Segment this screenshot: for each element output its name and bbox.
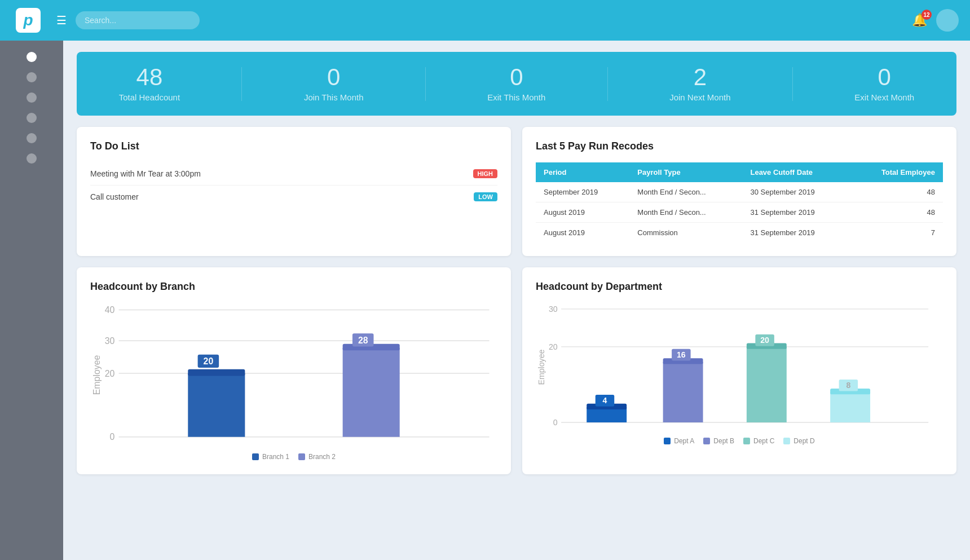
stat-join-this-month-label: Join This Month bbox=[304, 92, 364, 102]
bar-branch-2 bbox=[343, 348, 400, 437]
legend-label-2: Branch 2 bbox=[308, 453, 336, 461]
svg-text:Employee: Employee bbox=[92, 355, 102, 395]
bar-branch-1-top bbox=[188, 369, 245, 376]
cell-cutoff-1: 31 September 2019 bbox=[742, 202, 850, 223]
svg-text:30: 30 bbox=[105, 336, 115, 346]
cell-period-0: September 2019 bbox=[536, 182, 629, 202]
legend-color-dept-d bbox=[783, 438, 790, 444]
cell-period-2: August 2019 bbox=[536, 223, 629, 243]
cell-period-1: August 2019 bbox=[536, 202, 629, 223]
svg-rect-25 bbox=[663, 362, 703, 422]
svg-text:20: 20 bbox=[549, 342, 558, 351]
stat-join-this-month: 0 Join This Month bbox=[304, 65, 364, 102]
svg-rect-33 bbox=[830, 392, 870, 422]
svg-text:20: 20 bbox=[105, 369, 115, 378]
legend-color-2 bbox=[298, 453, 305, 460]
payrun-row-0: September 2019 Month End / Secon... 30 S… bbox=[536, 182, 943, 202]
svg-rect-21 bbox=[587, 407, 627, 422]
legend-branch-2: Branch 2 bbox=[298, 453, 336, 461]
payrun-title: Last 5 Pay Run Recodes bbox=[536, 140, 943, 152]
svg-rect-29 bbox=[747, 347, 787, 422]
cell-total-0: 48 bbox=[850, 182, 943, 202]
cards-row: To Do List Meeting with Mr Tear at 3:00p… bbox=[77, 127, 956, 256]
payrun-table: Period Payroll Type Leave Cutoff Date To… bbox=[536, 162, 943, 242]
dept-chart-legend: Dept A Dept B Dept C Dept D bbox=[536, 437, 943, 445]
col-period: Period bbox=[536, 162, 629, 182]
branch-chart-wrap: 40 30 20 0 Employee bbox=[90, 302, 497, 448]
logo-mark: p bbox=[16, 8, 41, 33]
sidebar-item-3[interactable] bbox=[27, 113, 37, 123]
todo-item-0-badge: HIGH bbox=[473, 169, 498, 178]
col-total: Total Employee bbox=[850, 162, 943, 182]
cell-payroll-type-0: Month End / Secon... bbox=[629, 182, 742, 202]
topnav-right: 🔔 12 bbox=[912, 9, 959, 32]
stat-exit-this-month-label: Exit This Month bbox=[487, 92, 545, 102]
sidebar-item-4[interactable] bbox=[27, 133, 37, 143]
stat-join-this-month-value: 0 bbox=[327, 65, 340, 89]
user-avatar[interactable] bbox=[936, 9, 959, 32]
legend-color-1 bbox=[252, 453, 259, 460]
svg-text:Employee: Employee bbox=[537, 349, 546, 385]
cell-cutoff-0: 30 September 2019 bbox=[742, 182, 850, 202]
sidebar-item-5[interactable] bbox=[27, 153, 37, 164]
stat-exit-this-month: 0 Exit This Month bbox=[487, 65, 545, 102]
col-cutoff: Leave Cutoff Date bbox=[742, 162, 850, 182]
cell-total-1: 48 bbox=[850, 202, 943, 223]
stat-total-headcount: 48 Total Headcount bbox=[119, 65, 180, 102]
stat-divider-4 bbox=[792, 67, 793, 101]
col-payroll-type: Payroll Type bbox=[629, 162, 742, 182]
main-layout: 48 Total Headcount 0 Join This Month 0 E… bbox=[0, 41, 970, 560]
svg-text:8: 8 bbox=[846, 381, 850, 390]
sidebar-item-2[interactable] bbox=[27, 92, 37, 103]
payrun-row-1: August 2019 Month End / Secon... 31 Sept… bbox=[536, 202, 943, 223]
stat-exit-next-month-value: 0 bbox=[878, 65, 891, 89]
hamburger-icon[interactable]: ☰ bbox=[56, 14, 67, 27]
payrun-row-2: August 2019 Commission 31 September 2019… bbox=[536, 223, 943, 243]
legend-color-dept-b bbox=[703, 438, 710, 444]
legend-branch-1: Branch 1 bbox=[252, 453, 289, 461]
cell-cutoff-2: 31 September 2019 bbox=[742, 223, 850, 243]
payrun-card: Last 5 Pay Run Recodes Period Payroll Ty… bbox=[522, 127, 956, 256]
svg-text:0: 0 bbox=[109, 432, 114, 442]
stat-join-next-month-label: Join Next Month bbox=[669, 92, 730, 102]
todo-item-1: Call customer LOW bbox=[90, 186, 497, 208]
stat-join-next-month-value: 2 bbox=[694, 65, 707, 89]
search-input[interactable] bbox=[76, 11, 200, 29]
notification-bell[interactable]: 🔔 12 bbox=[912, 13, 927, 28]
svg-text:40: 40 bbox=[105, 305, 115, 315]
branch-chart-title: Headcount by Branch bbox=[90, 281, 497, 293]
stat-total-headcount-label: Total Headcount bbox=[119, 92, 180, 102]
topnav: p ☰ 🔔 12 bbox=[0, 0, 970, 41]
dept-chart-card: Headcount by Department 30 20 0 Employee bbox=[522, 267, 956, 474]
stat-exit-next-month-label: Exit Next Month bbox=[854, 92, 914, 102]
svg-text:0: 0 bbox=[553, 418, 558, 427]
legend-color-dept-a bbox=[664, 438, 671, 444]
svg-text:16: 16 bbox=[677, 350, 686, 359]
cell-payroll-type-2: Commission bbox=[629, 223, 742, 243]
svg-text:4: 4 bbox=[603, 396, 607, 405]
todo-item-1-text: Call customer bbox=[90, 192, 467, 201]
stat-divider-2 bbox=[425, 67, 426, 101]
todo-item-0-text: Meeting with Mr Tear at 3:00pm bbox=[90, 169, 466, 178]
legend-dept-a: Dept A bbox=[664, 437, 694, 445]
notification-badge: 12 bbox=[922, 10, 932, 20]
legend-label-dept-d: Dept D bbox=[793, 437, 814, 445]
legend-dept-c: Dept C bbox=[743, 437, 774, 445]
legend-dept-b: Dept B bbox=[703, 437, 734, 445]
legend-color-dept-c bbox=[743, 438, 750, 444]
stat-divider-1 bbox=[241, 67, 242, 101]
branch-chart-legend: Branch 1 Branch 2 bbox=[90, 453, 497, 461]
legend-label-dept-b: Dept B bbox=[713, 437, 734, 445]
legend-label-1: Branch 1 bbox=[262, 453, 289, 461]
svg-text:28: 28 bbox=[358, 336, 368, 345]
stat-exit-this-month-value: 0 bbox=[510, 65, 523, 89]
charts-row: Headcount by Branch 40 30 20 0 Employee bbox=[77, 267, 956, 474]
legend-label-dept-c: Dept C bbox=[753, 437, 774, 445]
svg-text:20: 20 bbox=[204, 356, 214, 366]
svg-text:20: 20 bbox=[760, 336, 769, 345]
cell-total-2: 7 bbox=[850, 223, 943, 243]
sidebar-item-0[interactable] bbox=[27, 52, 37, 62]
legend-label-dept-a: Dept A bbox=[674, 437, 694, 445]
legend-dept-d: Dept D bbox=[783, 437, 814, 445]
sidebar-item-1[interactable] bbox=[27, 72, 37, 82]
